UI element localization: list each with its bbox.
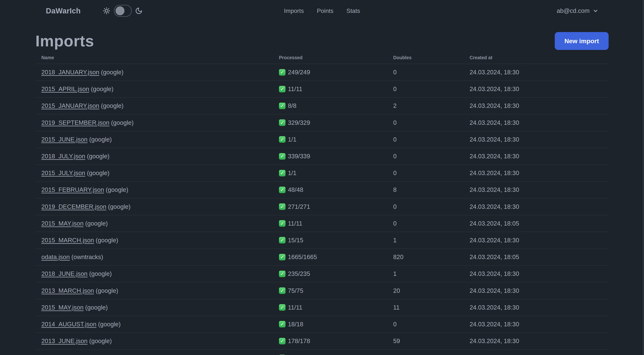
import-source-label: (google) [111, 119, 134, 126]
import-source-label: (google) [89, 338, 112, 345]
import-file-link[interactable]: 2018_JULY.json [41, 153, 85, 160]
name-cell: 2014_AUGUST.json(google) [36, 321, 273, 328]
user-menu[interactable]: ab@cd.com [556, 7, 598, 14]
new-import-button[interactable]: New import [555, 32, 608, 50]
created-at-cell: 24.03.2024, 18:30 [464, 321, 608, 328]
doubles-cell: 1 [387, 270, 464, 277]
import-file-link[interactable]: 2019_DECEMBER.json [41, 203, 106, 210]
name-cell: 2018_JANUARY.json(google) [36, 69, 273, 76]
scrollbar[interactable] [642, 0, 644, 355]
import-file-link[interactable]: 2015_MARCH.json [41, 237, 94, 244]
column-header-name: Name [36, 55, 273, 60]
created-at-cell: 24.03.2024, 18:30 [464, 287, 608, 294]
processed-cell: ✓ 1/1 [273, 169, 387, 177]
nav-link-imports[interactable]: Imports [284, 7, 304, 14]
doubles-cell: 0 [387, 321, 464, 328]
toggle-knob [116, 6, 124, 15]
doubles-cell: 11 [387, 304, 464, 311]
import-source-label: (google) [89, 270, 112, 277]
import-source-label: (google) [101, 69, 124, 76]
doubles-cell: 20 [387, 287, 464, 294]
processed-cell: ✓ 1665/1665 [273, 254, 387, 261]
table-row: 2015_MAY.json(google) ✓ 11/11 11 24.03.2… [36, 299, 608, 316]
doubles-cell: 0 [387, 169, 464, 177]
import-file-link[interactable]: 2013_JUNE.json [41, 338, 88, 345]
column-header-created-at: Created at [464, 55, 608, 60]
processed-count: 18/18 [288, 321, 303, 328]
moon-icon [135, 7, 142, 14]
import-source-label: (google) [96, 287, 118, 294]
import-source-label: (owntracks) [71, 254, 103, 260]
processed-count: 329/329 [288, 119, 310, 126]
processed-cell: ✓ 11/11 [273, 85, 387, 93]
name-cell: 2015_JUNE.json(google) [36, 136, 273, 143]
import-file-link[interactable]: 2018_JANUARY.json [41, 69, 99, 76]
app-logo[interactable]: DaWarIch [46, 7, 81, 15]
import-file-link[interactable]: 2015_JANUARY.json [41, 102, 99, 109]
created-at-cell: 24.03.2024, 18:05 [464, 220, 608, 227]
table-row: 2015_APRIL.json(google) ✓ 11/11 0 24.03.… [36, 81, 608, 98]
import-file-link[interactable]: 2018_JUNE.json [41, 270, 88, 277]
import-source-label: (google) [87, 153, 110, 160]
processed-count: 75/75 [288, 287, 303, 294]
created-at-cell: 24.03.2024, 18:30 [464, 338, 608, 345]
import-file-link[interactable]: 2013_MARCH.json [41, 287, 94, 294]
import-file-link[interactable]: 2015_JUNE.json [41, 136, 88, 143]
created-at-cell: 24.03.2024, 18:30 [464, 153, 608, 160]
name-cell: 2013_MARCH.json(google) [36, 287, 273, 294]
main-nav: Imports Points Stats [284, 0, 360, 21]
nav-link-points[interactable]: Points [317, 7, 333, 14]
import-source-label: (google) [87, 169, 110, 176]
theme-toggle-switch[interactable] [114, 5, 132, 17]
name-cell: 2015_FEBRUARY.json(google) [36, 186, 273, 193]
processed-cell: ✓ 249/249 [273, 69, 387, 76]
import-file-link[interactable]: 2019_SEPTEMBER.json [41, 119, 110, 126]
name-cell: 2013_JUNE.json(google) [36, 338, 273, 345]
created-at-cell: 24.03.2024, 18:30 [464, 119, 608, 126]
name-cell: 2015_MAY.json(google) [36, 304, 273, 311]
processed-count: 1/1 [288, 136, 296, 143]
check-mark-icon: ✓ [279, 153, 286, 160]
check-mark-icon: ✓ [279, 119, 286, 126]
check-mark-icon: ✓ [279, 338, 286, 345]
check-mark-icon: ✓ [279, 203, 286, 210]
check-mark-icon: ✓ [279, 287, 286, 294]
check-mark-icon: ✓ [279, 103, 286, 109]
table-row: 2019_SEPTEMBER.json(google) ✓ 329/329 0 … [36, 115, 608, 131]
table-row: 2015_MAY.json(google) ✓ 11/11 0 24.03.20… [36, 215, 608, 232]
check-mark-icon: ✓ [279, 304, 286, 311]
import-file-link[interactable]: 2014_AUGUST.json [41, 321, 96, 328]
processed-cell: ✓ 75/75 [273, 287, 387, 294]
name-cell: 2015_JANUARY.json(google) [36, 102, 273, 109]
doubles-cell: 2 [387, 102, 464, 109]
import-file-link[interactable]: 2015_MAY.json [41, 220, 84, 227]
processed-cell: ✓ 11/11 [273, 220, 387, 227]
name-cell: 2019_SEPTEMBER.json(google) [36, 119, 273, 126]
table-header-row: Name Processed Doubles Created at [36, 51, 608, 64]
import-source-label: (google) [106, 186, 128, 193]
name-cell: 2015_JULY.json(google) [36, 169, 273, 177]
import-file-link[interactable]: 2015_APRIL.json [41, 85, 89, 92]
imports-page: DaWarIch [0, 0, 644, 355]
import-file-link[interactable]: 2015_FEBRUARY.json [41, 186, 104, 193]
created-at-cell: 24.03.2024, 18:30 [464, 169, 608, 177]
import-file-link[interactable]: 2015_JULY.json [41, 169, 85, 176]
processed-count: 11/11 [288, 304, 302, 311]
processed-count: 8/8 [288, 102, 296, 109]
processed-count: 178/178 [288, 338, 310, 345]
import-file-link[interactable]: 2015_MAY.json [41, 304, 84, 311]
doubles-cell: 0 [387, 153, 464, 160]
processed-count: 11/11 [288, 220, 302, 227]
table-row: odata.json(owntracks) ✓ 1665/1665 820 24… [36, 249, 608, 266]
name-cell [36, 354, 273, 355]
check-mark-icon: ✓ [279, 321, 286, 328]
processed-cell: ✓ 11/11 [273, 304, 387, 311]
column-header-processed: Processed [273, 55, 387, 60]
check-mark-icon: ✓ [279, 237, 286, 243]
table-row: 2015_JUNE.json(google) ✓ 1/1 0 24.03.202… [36, 131, 608, 148]
import-file-link[interactable]: odata.json [41, 254, 70, 260]
nav-link-stats[interactable]: Stats [346, 7, 360, 14]
processed-count: 271/271 [288, 203, 310, 210]
import-source-label: (google) [98, 321, 120, 328]
processed-cell: ✓ 15/15 [273, 237, 387, 244]
